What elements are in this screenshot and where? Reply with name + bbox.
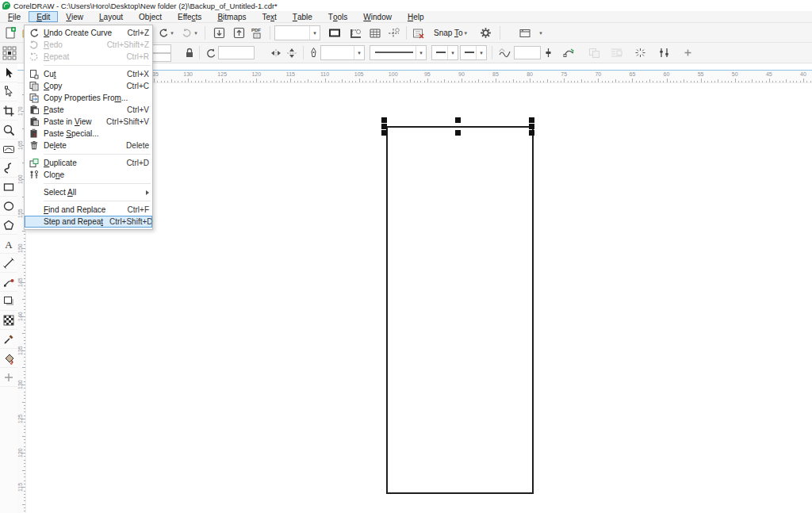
options-button[interactable] [476,25,495,41]
undo-icon [27,28,40,38]
redo-button[interactable]: ▾ [179,25,200,41]
add-plus-button[interactable] [679,44,696,61]
selection-handle[interactable] [381,130,387,136]
outline-width-caret[interactable]: ▾ [354,46,364,59]
menubar-item-help[interactable]: Help [400,11,432,22]
add-tool-plus[interactable] [0,368,17,387]
menu-bar: FileEditViewLayoutObjectEffectsBitmapsTe… [0,11,812,23]
convert-to-curve-button[interactable] [560,44,577,61]
toolbar-separator [205,26,205,40]
rotation-angle-field[interactable] [218,46,255,59]
propbar-separator [492,46,492,59]
drop-shadow-tool[interactable] [0,292,17,311]
effects-burst-button[interactable] [631,44,649,61]
crop-tool[interactable] [0,101,17,121]
anchor-grid-selector[interactable] [1,44,18,61]
arrowhead-start-combo[interactable]: ▾ [431,45,458,60]
arrowhead-end-caret[interactable]: ▾ [476,46,486,59]
mirror-horizontal-button[interactable] [268,44,284,61]
object-properties-button[interactable] [655,44,672,61]
selection-handle[interactable] [529,130,534,136]
menubar-item-layout[interactable]: Layout [91,11,131,22]
menu-item-duplicate[interactable]: DuplicateCtrl+D [25,157,152,169]
polygon-tool[interactable] [0,216,17,235]
undo-button[interactable]: ▾ [155,25,176,41]
snap-to-dropdown[interactable]: Snap To▾ [430,25,471,41]
weld-button[interactable] [585,44,603,61]
menu-item-clone[interactable]: Clone [25,169,152,181]
menu-item-find-and-replace[interactable]: Find and ReplaceCtrl+F [25,204,152,216]
publish-pdf-button[interactable]: PDF [248,25,267,41]
selection-handle[interactable] [529,124,534,129]
dimension-tool[interactable] [0,254,17,273]
scale-y-field[interactable] [151,53,171,62]
pick-tool[interactable] [0,63,17,82]
ellipse-tool[interactable] [0,197,17,216]
shape-tool[interactable] [0,82,17,101]
menu-item-paste[interactable]: PasteCtrl+V [25,104,152,116]
arrowhead-start-caret[interactable]: ▾ [447,46,458,59]
import-button[interactable] [209,25,228,41]
menubar-item-window[interactable]: Window [355,11,400,22]
export-button[interactable] [229,25,248,41]
interactive-fill-tool[interactable] [0,349,17,368]
line-style-caret[interactable]: ▾ [416,46,426,59]
menu-item-paste-in-view[interactable]: Paste in ViewCtrl+Shift+V [25,116,152,128]
menubar-item-effects[interactable]: Effects [170,11,209,22]
menu-item-copy-properties[interactable]: Copy Properties From... [25,92,152,104]
menu-item-step-and-repeat[interactable]: Step and RepeatCtrl+Shift+D [25,216,152,228]
menu-item-redo: RedoCtrl+Shift+Z [25,39,152,51]
mirror-vertical-button[interactable] [284,44,300,61]
menubar-item-bitmaps[interactable]: Bitmaps [209,11,254,22]
propbar-separator [303,46,304,59]
menubar-item-edit[interactable]: Edit [29,11,58,22]
show-grid-button[interactable] [366,25,385,41]
show-rulers-button[interactable] [347,25,366,41]
h-ruler-label: 65 [626,71,638,77]
launch-dropdown[interactable]: ▾ [504,25,557,41]
fullscreen-preview-button[interactable] [325,25,344,41]
menubar-item-tools[interactable]: Tools [320,11,355,22]
menu-item-delete[interactable]: DeleteDelete [25,140,152,151]
selection-handle[interactable] [529,117,534,123]
artistic-media-tool[interactable] [0,159,17,178]
menubar-item-table[interactable]: Table [285,11,320,22]
menubar-item-text[interactable]: Text [255,11,285,22]
menu-item-select-all[interactable]: Select All [25,186,152,198]
selection-handle[interactable] [455,130,461,136]
menubar-item-object[interactable]: Object [131,11,170,22]
zoom-level-combo[interactable]: ▾ [274,25,320,40]
transparency-tool[interactable] [0,311,17,330]
menu-separator [25,181,152,186]
smoothness-field[interactable] [514,46,541,59]
rectangle-tool[interactable] [0,178,17,197]
slider-button[interactable] [542,44,554,61]
duplicate-icon [27,158,40,168]
zoom-tool[interactable] [0,121,17,140]
menu-item-copy[interactable]: CopyCtrl+C [25,80,152,92]
outline-width-combo[interactable]: ▾ [320,45,365,60]
lock-ratio-button[interactable] [182,44,197,61]
snap-off-button[interactable] [409,25,428,41]
connector-tool[interactable] [0,273,17,292]
show-guidelines-button[interactable] [385,25,404,41]
new-document-button[interactable] [2,25,19,41]
line-style-combo[interactable]: ▾ [370,45,427,60]
menu-item-cut[interactable]: CutCtrl+X [25,68,152,80]
color-eyedropper-tool[interactable] [0,330,17,349]
selection-handle[interactable] [381,124,387,129]
scale-x-field[interactable] [151,44,171,53]
zoom-dropdown-caret[interactable]: ▾ [309,26,320,40]
menubar-item-view[interactable]: View [58,11,91,22]
text-tool[interactable]: A [0,235,17,254]
freehand-tool[interactable] [0,140,17,159]
toolbar-separator [270,26,270,40]
wrap-text-button[interactable] [607,44,625,61]
selection-handle[interactable] [455,117,461,123]
drawing-rectangle[interactable] [386,126,534,494]
menu-item-paste-special[interactable]: IIPaste Special... [25,128,152,140]
menubar-item-file[interactable]: File [0,11,29,22]
menu-item-undo[interactable]: Undo Create CurveCtrl+Z [25,27,152,39]
selection-handle[interactable] [381,117,387,123]
arrowhead-end-combo[interactable]: ▾ [460,45,487,60]
